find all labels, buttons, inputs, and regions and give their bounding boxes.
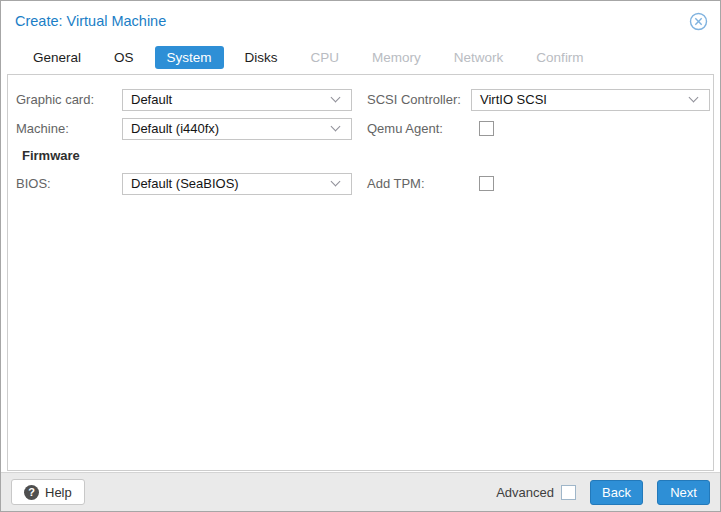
machine-value: Default (i440fx) — [123, 121, 332, 136]
qemu-agent-label: Qemu Agent: — [367, 121, 471, 136]
chevron-down-icon — [689, 93, 699, 103]
form-row-scsi-controller: SCSI Controller: VirtIO SCSI — [367, 88, 710, 111]
tab-confirm: Confirm — [524, 46, 595, 69]
graphic-card-value: Default — [123, 92, 332, 107]
tab-system[interactable]: System — [155, 46, 224, 69]
tab-general[interactable]: General — [21, 46, 93, 69]
tab-bar: General OS System Disks CPU Memory Netwo… — [1, 41, 720, 74]
close-icon[interactable] — [688, 11, 708, 31]
scsi-controller-select[interactable]: VirtIO SCSI — [471, 89, 710, 111]
chevron-down-icon — [331, 122, 341, 132]
scsi-controller-label: SCSI Controller: — [367, 92, 471, 107]
chevron-down-icon — [331, 93, 341, 103]
form-panel: Graphic card: Default Machine: Default (… — [7, 74, 714, 471]
bios-select[interactable]: Default (SeaBIOS) — [122, 173, 352, 195]
next-button[interactable]: Next — [657, 480, 710, 505]
chevron-down-icon — [331, 177, 341, 187]
form-column-left: Graphic card: Default Machine: Default (… — [16, 88, 352, 201]
advanced-checkbox[interactable] — [561, 485, 576, 500]
dialog-title: Create: Virtual Machine — [15, 13, 688, 29]
tab-network: Network — [442, 46, 516, 69]
tab-os[interactable]: OS — [102, 46, 146, 69]
scsi-controller-value: VirtIO SCSI — [472, 92, 690, 107]
section-header-firmware: Firmware — [22, 148, 352, 164]
dialog-titlebar: Create: Virtual Machine — [1, 1, 720, 41]
help-button[interactable]: ? Help — [11, 479, 85, 505]
form-column-right: SCSI Controller: VirtIO SCSI Qemu Agent:… — [367, 88, 710, 201]
graphic-card-label: Graphic card: — [16, 92, 122, 107]
form-row-graphic-card: Graphic card: Default — [16, 88, 352, 111]
tab-memory: Memory — [360, 46, 433, 69]
back-button[interactable]: Back — [590, 480, 643, 505]
help-button-label: Help — [45, 485, 72, 500]
create-vm-dialog: Create: Virtual Machine General OS Syste… — [0, 0, 721, 512]
form-row-add-tpm: Add TPM: — [367, 172, 710, 195]
question-mark-icon: ? — [24, 485, 39, 500]
footer-toolbar: ? Help Advanced Back Next — [1, 472, 720, 511]
tab-disks[interactable]: Disks — [233, 46, 290, 69]
bios-label: BIOS: — [16, 176, 122, 191]
form-row-machine: Machine: Default (i440fx) — [16, 117, 352, 140]
add-tpm-checkbox[interactable] — [479, 176, 494, 191]
form-row-bios: BIOS: Default (SeaBIOS) — [16, 172, 352, 195]
qemu-agent-checkbox[interactable] — [479, 121, 494, 136]
machine-label: Machine: — [16, 121, 122, 136]
tab-cpu: CPU — [299, 46, 352, 69]
machine-select[interactable]: Default (i440fx) — [122, 118, 352, 140]
add-tpm-label: Add TPM: — [367, 176, 471, 191]
bios-value: Default (SeaBIOS) — [123, 176, 332, 191]
graphic-card-select[interactable]: Default — [122, 89, 352, 111]
advanced-label: Advanced — [496, 485, 554, 500]
form-row-qemu-agent: Qemu Agent: — [367, 117, 710, 140]
